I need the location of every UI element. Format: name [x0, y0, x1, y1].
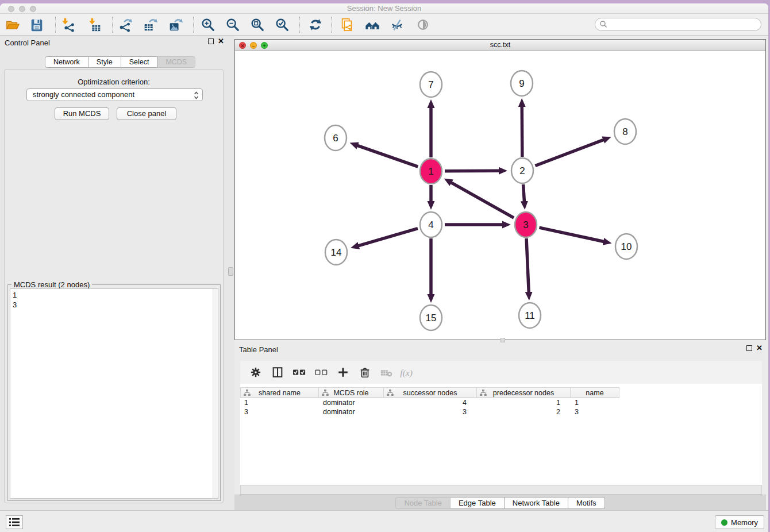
graph-node-11[interactable]: 11	[519, 303, 541, 328]
search-input[interactable]	[595, 18, 761, 31]
criterion-select[interactable]: strongly connected component	[26, 88, 203, 101]
show-detail-button[interactable]	[414, 16, 432, 33]
tab-network-table[interactable]: Network Table	[505, 497, 568, 509]
column-label: predecessor nodes	[493, 389, 554, 397]
graph-node-3[interactable]: 3	[515, 212, 537, 237]
save-session-button[interactable]	[28, 16, 45, 33]
zoom-fit-button[interactable]	[249, 16, 266, 33]
graph-node-15[interactable]: 15	[420, 305, 442, 330]
table-row: 1dominator411	[240, 398, 762, 407]
select-all-button[interactable]	[288, 365, 310, 380]
graph-edge-3-10[interactable]	[539, 228, 604, 242]
graph-node-14[interactable]: 14	[325, 240, 347, 265]
cell-predecessor-nodes[interactable]: 2	[477, 407, 571, 417]
graph-node-6[interactable]: 6	[325, 125, 346, 151]
close-panel-button[interactable]: Close panel	[117, 107, 176, 120]
mcds-result-textarea[interactable]: 1 3	[10, 288, 218, 499]
horizontal-splitter-handle[interactable]	[500, 338, 505, 342]
export-network-button[interactable]	[117, 16, 134, 33]
tab-edge-table[interactable]: Edge Table	[451, 497, 505, 509]
show-columns-button[interactable]	[267, 365, 288, 380]
table-toolbar: f(x)	[240, 361, 762, 384]
hide-detail-button[interactable]	[388, 16, 406, 33]
column-header-predecessor-nodes[interactable]: predecessor nodes	[477, 387, 571, 398]
open-session-button[interactable]	[4, 16, 21, 33]
network-zoom-button[interactable]: +	[261, 42, 268, 49]
cell-predecessor-nodes[interactable]: 1	[477, 398, 571, 407]
graph-edge-2-9[interactable]	[522, 106, 522, 157]
cell-name[interactable]: 1	[571, 398, 619, 407]
float-table-panel-icon[interactable]	[746, 345, 752, 351]
tab-style[interactable]: Style	[88, 56, 121, 68]
graph-edge-2-3[interactable]	[523, 184, 525, 202]
column-header-successor-nodes[interactable]: successor nodes	[384, 387, 477, 398]
column-header-name[interactable]: name	[571, 387, 619, 398]
zoom-out-button[interactable]	[224, 16, 241, 33]
tab-network[interactable]: Network	[45, 56, 88, 68]
import-network-button[interactable]	[59, 16, 76, 33]
svg-text:9: 9	[519, 78, 524, 89]
network-close-button[interactable]: ✕	[239, 42, 246, 49]
network-canvas[interactable]: 7968124314101511	[235, 51, 765, 340]
table-settings-button[interactable]	[245, 365, 267, 380]
graph-edge-1-2[interactable]	[445, 171, 500, 171]
zoom-window-button[interactable]	[30, 6, 36, 12]
cell-shared-name[interactable]: 3	[240, 407, 319, 417]
cell-successor-nodes[interactable]: 3	[384, 407, 477, 417]
close-table-panel-icon[interactable]: ✕	[756, 345, 763, 352]
memory-button[interactable]: Memory	[715, 515, 764, 529]
cell-successor-nodes[interactable]: 4	[384, 398, 477, 407]
deselect-all-button[interactable]	[310, 365, 332, 380]
graph-node-1[interactable]: 1	[420, 159, 442, 184]
graph-edge-4-14[interactable]	[357, 229, 418, 246]
result-scrollbar[interactable]	[213, 289, 218, 498]
delete-column-button[interactable]	[354, 365, 376, 380]
tab-motifs[interactable]: Motifs	[568, 497, 605, 509]
graph-edge-3-1[interactable]	[451, 182, 514, 218]
export-image-button[interactable]	[167, 16, 184, 33]
graph-node-7[interactable]: 7	[420, 72, 442, 97]
run-mcds-button[interactable]: Run MCDS	[55, 107, 109, 120]
graph-edge-1-6[interactable]	[357, 145, 418, 167]
export-table-icon	[143, 17, 157, 32]
graph-edge-2-8[interactable]	[535, 140, 604, 166]
column-header-shared-name[interactable]: shared name	[240, 387, 319, 398]
zoom-out-icon	[225, 17, 240, 32]
zoom-selected-button[interactable]	[274, 16, 291, 33]
float-panel-icon[interactable]	[208, 38, 214, 44]
task-history-button[interactable]	[6, 515, 23, 529]
tab-node-table[interactable]: Node Table	[395, 497, 451, 509]
graph-edge-3-11[interactable]	[526, 238, 529, 293]
zoom-in-icon	[201, 17, 215, 32]
mcds-result-groupbox: MCDS result (2 nodes) 1 3	[7, 284, 221, 501]
graph-node-8[interactable]: 8	[614, 119, 636, 144]
function-builder-button[interactable]: f(x)	[398, 365, 419, 380]
import-table-button[interactable]	[86, 16, 103, 33]
tab-select[interactable]: Select	[121, 56, 158, 68]
graph-node-10[interactable]: 10	[615, 234, 637, 259]
tab-mcds[interactable]: MCDS	[157, 56, 195, 68]
home-layout-button[interactable]	[364, 16, 381, 33]
close-window-button[interactable]	[8, 6, 14, 12]
cell-MCDS-role[interactable]: dominator	[319, 398, 384, 407]
cell-shared-name[interactable]: 1	[240, 398, 319, 407]
graph-node-2[interactable]: 2	[511, 158, 533, 183]
export-table-button[interactable]	[141, 16, 159, 33]
cell-name[interactable]: 3	[571, 407, 619, 417]
panel-splitter[interactable]	[228, 36, 234, 510]
cell-MCDS-role[interactable]: dominator	[319, 407, 384, 417]
refresh-view-button[interactable]	[307, 16, 324, 33]
network-minimize-button[interactable]: –	[250, 42, 257, 49]
add-column-button[interactable]	[332, 365, 354, 380]
column-header-MCDS-role[interactable]: MCDS role	[319, 387, 384, 398]
column-label: successor nodes	[403, 389, 457, 397]
splitter-handle[interactable]	[228, 267, 233, 276]
zoom-in-button[interactable]	[199, 16, 217, 33]
graph-node-9[interactable]: 9	[511, 71, 533, 96]
clone-network-button[interactable]	[338, 16, 356, 33]
graph-node-4[interactable]: 4	[420, 212, 442, 237]
minimize-window-button[interactable]	[19, 6, 25, 12]
delete-table-button[interactable]	[376, 365, 398, 380]
close-panel-icon[interactable]: ✕	[218, 38, 224, 45]
table-horizontal-scrollbar[interactable]	[240, 485, 762, 495]
